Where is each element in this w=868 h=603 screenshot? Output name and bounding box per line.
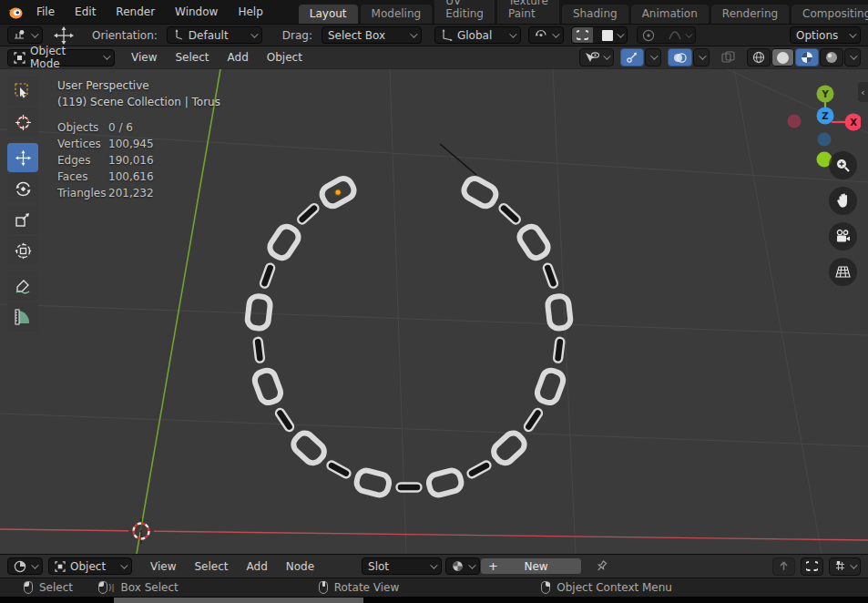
bottom-strip xyxy=(0,597,868,603)
stat-faces: Faces 100,616 xyxy=(57,169,220,185)
shading-wireframe-button[interactable] xyxy=(747,48,771,66)
tab-compositing[interactable]: Compositing xyxy=(791,5,868,24)
snap-target-dropdown[interactable] xyxy=(597,30,627,41)
menu-file[interactable]: File xyxy=(26,5,65,18)
tool-transform[interactable] xyxy=(7,236,38,265)
shading-solid-button[interactable] xyxy=(771,48,794,66)
camera-icon xyxy=(835,230,851,243)
tab-rendering[interactable]: Rendering xyxy=(711,5,789,24)
overlays-toggle[interactable] xyxy=(668,48,692,66)
menu-object[interactable]: Object xyxy=(258,51,311,64)
right-mouse-icon xyxy=(541,581,550,594)
stat-edges: Edges 190,016 xyxy=(57,152,220,169)
parent-up-button[interactable] xyxy=(772,557,795,576)
shading-dropdown[interactable] xyxy=(844,48,861,66)
magnet-icon xyxy=(577,29,588,41)
snap-grid-icon xyxy=(834,560,846,572)
node-snap-target-dropdown[interactable] xyxy=(829,557,861,576)
chevron-down-icon xyxy=(603,52,610,59)
grid-perspective-icon xyxy=(835,265,851,279)
drag-dropdown[interactable]: Select Box xyxy=(322,26,422,44)
menu-render[interactable]: Render xyxy=(106,5,165,18)
gizmo-x-neg-axis[interactable] xyxy=(788,115,802,128)
pan-button[interactable] xyxy=(829,187,857,215)
pin-icon xyxy=(595,559,608,573)
tool-scale[interactable] xyxy=(7,205,38,234)
blender-window: File Edit Render Window Help Layout Mode… xyxy=(0,0,868,603)
tab-shading[interactable]: Shading xyxy=(562,5,628,24)
perspective-toggle-button[interactable] xyxy=(829,258,857,286)
tab-animation[interactable]: Animation xyxy=(631,5,709,24)
gizmos-toggle[interactable] xyxy=(620,48,644,66)
status-context-menu: Object Context Menu xyxy=(541,581,672,594)
stat-triangles: Triangles 201,232 xyxy=(57,185,220,201)
menu-edit[interactable]: Edit xyxy=(65,5,106,18)
tool-rotate[interactable] xyxy=(7,174,38,203)
menu-window[interactable]: Window xyxy=(165,5,228,18)
menu-help[interactable]: Help xyxy=(228,5,272,18)
mode-dropdown[interactable]: Object Mode xyxy=(7,49,115,66)
tab-modeling[interactable]: Modeling xyxy=(361,5,433,24)
orientation-icon xyxy=(173,29,184,41)
viewport-stats-overlay: User Perspective (119) Scene Collection … xyxy=(57,77,220,201)
menu-node[interactable]: Node xyxy=(277,560,323,573)
node-snap-toggle[interactable] xyxy=(801,557,823,576)
tool-measure[interactable] xyxy=(7,302,38,332)
workspace-tabs: Layout Modeling UV Editing Texture Paint… xyxy=(299,0,868,24)
sidebar-collapse-tab[interactable]: ‹ xyxy=(858,82,868,102)
shader-type-dropdown[interactable]: Object xyxy=(48,557,132,575)
menu-add-node[interactable]: Add xyxy=(238,560,277,573)
snap-toggle[interactable] xyxy=(572,27,593,43)
editor-type-dropdown[interactable] xyxy=(7,557,43,575)
menu-view[interactable]: View xyxy=(122,51,166,64)
status-rotate-view: Rotate View xyxy=(319,581,400,594)
xray-toggle[interactable] xyxy=(716,48,740,66)
new-material-label: New xyxy=(505,560,567,573)
material-browse-dropdown[interactable] xyxy=(445,557,480,575)
chevron-down-icon xyxy=(250,30,258,37)
shader-editor-icon xyxy=(14,560,26,573)
chevron-down-icon xyxy=(31,561,38,568)
slot-dropdown[interactable]: Slot xyxy=(362,557,442,575)
menu-view-node[interactable]: View xyxy=(141,560,185,573)
options-dropdown[interactable]: Options xyxy=(790,26,861,44)
mode-value: Object Mode xyxy=(30,45,98,70)
falloff-dropdown[interactable] xyxy=(664,30,695,41)
gizmo-z-neg-axis[interactable] xyxy=(818,133,832,147)
active-tool-dropdown[interactable] xyxy=(7,26,43,44)
transform-orientation-dropdown[interactable]: Global xyxy=(434,26,521,44)
chevron-down-icon xyxy=(430,561,437,568)
tool-annotate[interactable] xyxy=(7,271,38,301)
new-material-button[interactable]: + New xyxy=(480,557,582,575)
tab-layout[interactable]: Layout xyxy=(299,5,358,24)
viewport-3d[interactable]: User Perspective (119) Scene Collection … xyxy=(0,69,868,554)
pin-button[interactable] xyxy=(595,559,608,573)
svg-text:X: X xyxy=(850,118,857,128)
menu-select[interactable]: Select xyxy=(166,51,218,64)
tool-cursor[interactable] xyxy=(7,107,38,137)
orientation-dropdown[interactable]: Default xyxy=(167,26,262,44)
menu-select-node[interactable]: Select xyxy=(185,560,237,573)
material-sphere-icon xyxy=(801,51,813,64)
tab-texture-paint[interactable]: Texture Paint xyxy=(497,0,559,24)
overlays-dropdown[interactable] xyxy=(693,48,710,66)
overlays-icon xyxy=(673,52,687,64)
tool-select-box[interactable] xyxy=(7,77,38,106)
shading-material-button[interactable] xyxy=(795,48,819,66)
orientation-label: Orientation: xyxy=(92,29,158,42)
snap-increment-icon xyxy=(602,30,613,41)
proportional-circle-icon xyxy=(642,29,655,42)
camera-view-button[interactable] xyxy=(829,222,857,250)
shading-rendered-button[interactable] xyxy=(820,48,843,66)
zoom-button[interactable] xyxy=(829,151,857,179)
pivot-point-dropdown[interactable] xyxy=(528,26,564,44)
proportional-edit-toggle[interactable] xyxy=(638,29,659,42)
tool-move[interactable] xyxy=(7,143,38,172)
gizmo-arrow-icon xyxy=(626,51,638,64)
gizmos-dropdown[interactable] xyxy=(645,48,661,66)
tab-uv-editing[interactable]: UV Editing xyxy=(434,0,495,24)
object-visibility-dropdown[interactable] xyxy=(579,48,614,66)
blender-logo-icon[interactable] xyxy=(7,5,23,19)
status-box-select: )| Box Select xyxy=(98,581,179,594)
menu-add[interactable]: Add xyxy=(219,51,258,64)
